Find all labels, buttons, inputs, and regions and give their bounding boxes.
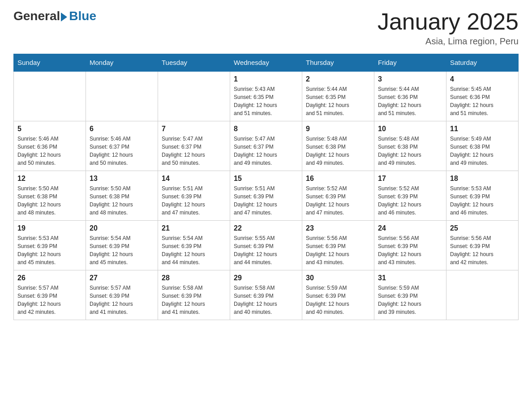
day-cell — [14, 71, 86, 121]
day-number: 20 — [90, 224, 154, 232]
day-info: Sunrise: 5:50 AM Sunset: 6:38 PM Dayligh… — [17, 184, 82, 217]
day-info: Sunrise: 5:43 AM Sunset: 6:35 PM Dayligh… — [234, 85, 298, 117]
day-number: 25 — [450, 224, 515, 232]
day-info: Sunrise: 5:54 AM Sunset: 6:39 PM Dayligh… — [90, 234, 154, 266]
day-number: 18 — [450, 175, 515, 183]
day-info: Sunrise: 5:46 AM Sunset: 6:36 PM Dayligh… — [17, 135, 82, 167]
day-cell: 6Sunrise: 5:46 AM Sunset: 6:37 PM Daylig… — [86, 121, 158, 171]
day-info: Sunrise: 5:56 AM Sunset: 6:39 PM Dayligh… — [378, 234, 442, 266]
day-cell: 8Sunrise: 5:47 AM Sunset: 6:37 PM Daylig… — [230, 121, 302, 171]
day-number: 11 — [450, 125, 515, 133]
day-info: Sunrise: 5:46 AM Sunset: 6:37 PM Dayligh… — [90, 135, 154, 167]
day-number: 13 — [90, 175, 154, 183]
header-day-tuesday: Tuesday — [158, 54, 230, 72]
day-info: Sunrise: 5:49 AM Sunset: 6:38 PM Dayligh… — [450, 135, 515, 167]
day-cell: 14Sunrise: 5:51 AM Sunset: 6:39 PM Dayli… — [158, 171, 230, 221]
title-area: January 2025 Asia, Lima region, Peru — [378, 9, 519, 47]
day-number: 27 — [90, 274, 154, 282]
day-number: 29 — [234, 274, 298, 282]
day-number: 16 — [306, 175, 370, 183]
day-cell: 26Sunrise: 5:57 AM Sunset: 6:39 PM Dayli… — [14, 270, 86, 320]
day-info: Sunrise: 5:50 AM Sunset: 6:38 PM Dayligh… — [90, 184, 154, 217]
logo-text: General Blue — [13, 9, 96, 23]
logo: General Blue — [13, 9, 96, 23]
day-cell: 7Sunrise: 5:47 AM Sunset: 6:37 PM Daylig… — [158, 121, 230, 171]
day-info: Sunrise: 5:57 AM Sunset: 6:39 PM Dayligh… — [90, 284, 154, 316]
day-info: Sunrise: 5:58 AM Sunset: 6:39 PM Dayligh… — [162, 284, 226, 316]
day-cell: 12Sunrise: 5:50 AM Sunset: 6:38 PM Dayli… — [14, 171, 86, 221]
day-cell: 30Sunrise: 5:59 AM Sunset: 6:39 PM Dayli… — [302, 270, 374, 320]
day-cell — [446, 270, 519, 320]
header-day-sunday: Sunday — [14, 54, 86, 72]
day-number: 26 — [17, 274, 82, 282]
day-cell: 13Sunrise: 5:50 AM Sunset: 6:38 PM Dayli… — [86, 171, 158, 221]
day-number: 1 — [234, 75, 298, 83]
header-day-monday: Monday — [86, 54, 158, 72]
day-info: Sunrise: 5:54 AM Sunset: 6:39 PM Dayligh… — [162, 234, 226, 266]
day-number: 24 — [378, 224, 442, 232]
week-row-4: 19Sunrise: 5:53 AM Sunset: 6:39 PM Dayli… — [14, 221, 519, 270]
day-info: Sunrise: 5:53 AM Sunset: 6:39 PM Dayligh… — [17, 234, 82, 266]
day-cell: 25Sunrise: 5:56 AM Sunset: 6:39 PM Dayli… — [446, 221, 519, 270]
week-row-2: 5Sunrise: 5:46 AM Sunset: 6:36 PM Daylig… — [14, 121, 519, 171]
day-info: Sunrise: 5:44 AM Sunset: 6:36 PM Dayligh… — [378, 85, 442, 117]
day-info: Sunrise: 5:53 AM Sunset: 6:39 PM Dayligh… — [450, 184, 515, 217]
day-info: Sunrise: 5:48 AM Sunset: 6:38 PM Dayligh… — [306, 135, 370, 167]
day-info: Sunrise: 5:58 AM Sunset: 6:39 PM Dayligh… — [234, 284, 298, 316]
day-number: 6 — [90, 125, 154, 133]
day-cell: 9Sunrise: 5:48 AM Sunset: 6:38 PM Daylig… — [302, 121, 374, 171]
day-number: 3 — [378, 75, 442, 83]
day-info: Sunrise: 5:59 AM Sunset: 6:39 PM Dayligh… — [306, 284, 370, 316]
day-number: 5 — [17, 125, 82, 133]
calendar-table: SundayMondayTuesdayWednesdayThursdayFrid… — [13, 54, 519, 320]
header-day-thursday: Thursday — [302, 54, 374, 72]
day-number: 15 — [234, 175, 298, 183]
day-info: Sunrise: 5:52 AM Sunset: 6:39 PM Dayligh… — [378, 184, 442, 217]
day-info: Sunrise: 5:44 AM Sunset: 6:35 PM Dayligh… — [306, 85, 370, 117]
day-number: 28 — [162, 274, 226, 282]
day-cell — [158, 71, 230, 121]
day-cell: 5Sunrise: 5:46 AM Sunset: 6:36 PM Daylig… — [14, 121, 86, 171]
day-info: Sunrise: 5:56 AM Sunset: 6:39 PM Dayligh… — [450, 234, 515, 266]
day-cell: 28Sunrise: 5:58 AM Sunset: 6:39 PM Dayli… — [158, 270, 230, 320]
day-number: 23 — [306, 224, 370, 232]
day-cell: 24Sunrise: 5:56 AM Sunset: 6:39 PM Dayli… — [374, 221, 446, 270]
day-info: Sunrise: 5:47 AM Sunset: 6:37 PM Dayligh… — [234, 135, 298, 167]
header-day-wednesday: Wednesday — [230, 54, 302, 72]
day-cell: 10Sunrise: 5:48 AM Sunset: 6:38 PM Dayli… — [374, 121, 446, 171]
day-number: 9 — [306, 125, 370, 133]
day-info: Sunrise: 5:52 AM Sunset: 6:39 PM Dayligh… — [306, 184, 370, 217]
day-number: 14 — [162, 175, 226, 183]
day-cell: 11Sunrise: 5:49 AM Sunset: 6:38 PM Dayli… — [446, 121, 519, 171]
day-info: Sunrise: 5:56 AM Sunset: 6:39 PM Dayligh… — [306, 234, 370, 266]
day-cell: 27Sunrise: 5:57 AM Sunset: 6:39 PM Dayli… — [86, 270, 158, 320]
header-day-friday: Friday — [374, 54, 446, 72]
day-number: 19 — [17, 224, 82, 232]
day-info: Sunrise: 5:48 AM Sunset: 6:38 PM Dayligh… — [378, 135, 442, 167]
day-number: 30 — [306, 274, 370, 282]
day-cell: 20Sunrise: 5:54 AM Sunset: 6:39 PM Dayli… — [86, 221, 158, 270]
month-title: January 2025 — [378, 9, 519, 34]
logo-general-text: General — [13, 9, 60, 23]
location-subtitle: Asia, Lima region, Peru — [378, 36, 519, 47]
day-number: 22 — [234, 224, 298, 232]
day-cell: 23Sunrise: 5:56 AM Sunset: 6:39 PM Dayli… — [302, 221, 374, 270]
header-row: SundayMondayTuesdayWednesdayThursdayFrid… — [14, 54, 519, 72]
day-cell: 19Sunrise: 5:53 AM Sunset: 6:39 PM Dayli… — [14, 221, 86, 270]
day-cell: 17Sunrise: 5:52 AM Sunset: 6:39 PM Dayli… — [374, 171, 446, 221]
day-cell: 22Sunrise: 5:55 AM Sunset: 6:39 PM Dayli… — [230, 221, 302, 270]
header: General Blue January 2025 Asia, Lima reg… — [13, 9, 519, 47]
day-cell: 29Sunrise: 5:58 AM Sunset: 6:39 PM Dayli… — [230, 270, 302, 320]
day-cell: 3Sunrise: 5:44 AM Sunset: 6:36 PM Daylig… — [374, 71, 446, 121]
week-row-3: 12Sunrise: 5:50 AM Sunset: 6:38 PM Dayli… — [14, 171, 519, 221]
day-cell — [86, 71, 158, 121]
day-info: Sunrise: 5:55 AM Sunset: 6:39 PM Dayligh… — [234, 234, 298, 266]
day-cell: 2Sunrise: 5:44 AM Sunset: 6:35 PM Daylig… — [302, 71, 374, 121]
day-cell: 31Sunrise: 5:59 AM Sunset: 6:39 PM Dayli… — [374, 270, 446, 320]
day-number: 10 — [378, 125, 442, 133]
logo-blue-text: Blue — [69, 9, 96, 23]
day-cell: 21Sunrise: 5:54 AM Sunset: 6:39 PM Dayli… — [158, 221, 230, 270]
day-number: 12 — [17, 175, 82, 183]
day-number: 17 — [378, 175, 442, 183]
day-info: Sunrise: 5:57 AM Sunset: 6:39 PM Dayligh… — [17, 284, 82, 316]
